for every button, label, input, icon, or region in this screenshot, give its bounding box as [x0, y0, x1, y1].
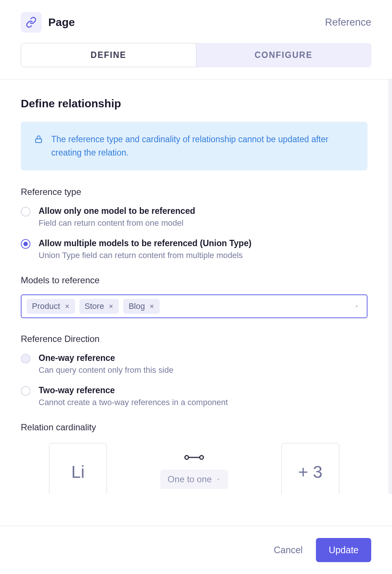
radio-icon — [21, 207, 30, 216]
radio-desc: Field can return content from one model — [39, 218, 368, 228]
close-icon[interactable] — [65, 304, 70, 309]
chip-product: Product — [27, 299, 75, 314]
chip-store: Store — [79, 299, 119, 314]
tabs: DEFINE CONFIGURE — [21, 43, 371, 67]
radio-desc: Cannot create a two-way references in a … — [39, 398, 368, 407]
chip-label: Product — [32, 301, 60, 311]
footer: Cancel Update — [0, 526, 392, 574]
tab-configure[interactable]: CONFIGURE — [196, 43, 372, 67]
info-box: The reference type and cardinality of re… — [21, 122, 368, 170]
chevron-down-icon[interactable] — [354, 304, 359, 309]
tab-define[interactable]: DEFINE — [21, 43, 196, 67]
update-button[interactable]: Update — [316, 538, 371, 562]
radio-multiple-models[interactable]: Allow multiple models to be referenced (… — [21, 238, 368, 260]
info-text: The reference type and cardinality of re… — [51, 133, 354, 159]
section-title: Define relationship — [21, 97, 368, 110]
models-label: Models to reference — [21, 275, 368, 286]
radio-title: One-way reference — [39, 353, 368, 363]
page-title: Page — [48, 16, 75, 29]
direction-group: One-way reference Can query content only… — [21, 353, 368, 407]
chip-blog: Blog — [123, 299, 160, 314]
svg-point-3 — [200, 456, 203, 459]
page-icon — [21, 12, 42, 33]
radio-desc: Union Type field can return content from… — [39, 251, 368, 260]
chevron-down-icon — [216, 477, 220, 482]
connector-icon — [184, 455, 204, 460]
radio-icon — [21, 386, 30, 396]
close-icon[interactable] — [149, 304, 154, 309]
reference-type-group: Allow only one model to be referenced Fi… — [21, 206, 368, 260]
header-left: Page — [21, 12, 75, 33]
direction-label: Reference Direction — [21, 334, 368, 344]
cardinality-value: One to one — [168, 474, 212, 485]
cardinality-left: Li — [49, 443, 107, 494]
radio-one-way[interactable]: One-way reference Can query content only… — [21, 353, 368, 375]
reference-type-label: Reference type — [21, 187, 368, 197]
radio-title: Two-way reference — [39, 385, 368, 395]
lock-icon — [34, 135, 43, 144]
chip-label: Store — [85, 301, 104, 311]
header: Page Reference — [0, 0, 392, 33]
cardinality-selector[interactable]: One to one — [160, 470, 228, 489]
radio-desc: Can query content only from this side — [39, 365, 368, 375]
svg-point-1 — [185, 456, 189, 459]
cardinality-row: Li One to one + 3 — [21, 443, 368, 494]
cardinality-center: One to one — [160, 455, 228, 489]
radio-icon — [21, 354, 30, 363]
radio-one-model[interactable]: Allow only one model to be referenced Fi… — [21, 206, 368, 228]
cardinality-right: + 3 — [281, 443, 339, 494]
radio-title: Allow multiple models to be referenced (… — [39, 238, 368, 248]
link-icon — [26, 17, 37, 28]
radio-title: Allow only one model to be referenced — [39, 206, 368, 216]
radio-icon — [21, 239, 30, 249]
reference-type-label: Reference — [325, 17, 371, 28]
cardinality-label: Relation cardinality — [21, 422, 368, 433]
models-multiselect[interactable]: Product Store Blog — [21, 294, 368, 318]
cancel-button[interactable]: Cancel — [274, 545, 303, 555]
radio-two-way[interactable]: Two-way reference Cannot create a two-wa… — [21, 385, 368, 407]
close-icon[interactable] — [108, 304, 114, 309]
svg-rect-0 — [36, 139, 42, 143]
content: Define relationship The reference type a… — [0, 79, 392, 494]
chip-label: Blog — [128, 301, 145, 311]
